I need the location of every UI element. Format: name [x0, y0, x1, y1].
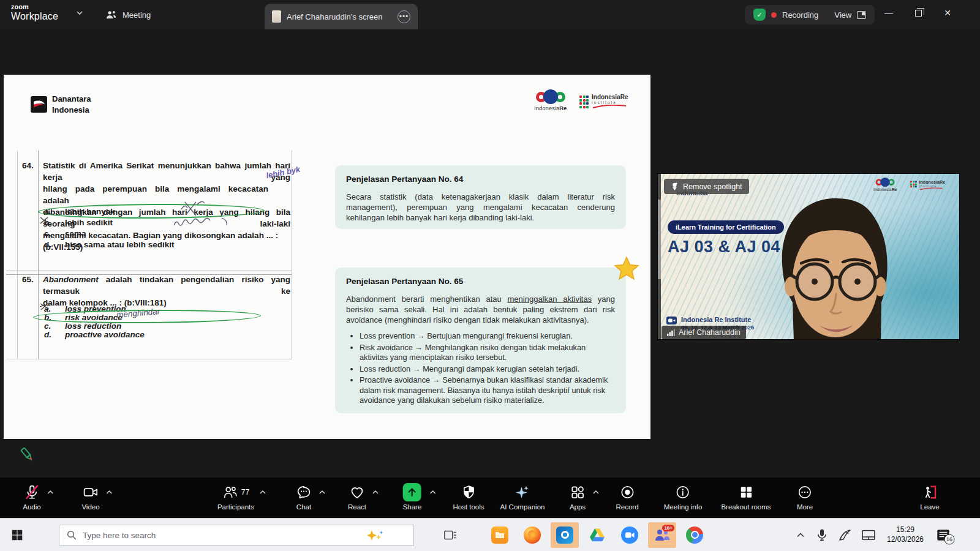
video-scrollbar[interactable] — [658, 174, 661, 339]
share-button[interactable]: Share — [403, 483, 422, 511]
danantara-text-2: Indonesia — [52, 105, 89, 114]
view-button[interactable]: View — [834, 10, 851, 20]
indonesiare-label: IndonesiaRe — [534, 105, 567, 111]
star-annotation-icon — [614, 256, 639, 280]
tray-pen-icon[interactable] — [839, 529, 852, 541]
participant-video-tile[interactable]: Indonesia Remove spotlight IndonesiaRe — [657, 173, 960, 340]
annotate-pencil-icon[interactable] — [18, 446, 36, 463]
camera-brand-icon — [666, 317, 677, 324]
remove-spotlight-button[interactable]: Remove spotlight — [664, 179, 749, 194]
record-button[interactable]: Record — [616, 483, 638, 511]
breakout-rooms-icon — [738, 484, 754, 500]
react-chevron-icon[interactable] — [372, 490, 379, 495]
video-button[interactable]: Video — [81, 483, 99, 511]
tab-screen-share[interactable]: Arief Chaharuddin's screen ••• — [265, 4, 418, 29]
table-line — [38, 151, 39, 359]
tray-touchpad-icon[interactable] — [862, 530, 875, 540]
maximize-button[interactable] — [904, 0, 932, 26]
q65-cross-mark — [39, 302, 50, 311]
apps-button[interactable]: Apps — [570, 483, 586, 511]
apps-chevron-icon[interactable] — [592, 490, 600, 495]
video-camera-icon — [83, 484, 99, 500]
explanation-65-title: Penjelasan Pertanyaan No. 65 — [346, 277, 615, 286]
chat-button[interactable]: Chat — [296, 483, 312, 511]
outlook-app-icon[interactable] — [556, 527, 573, 544]
danantara-logo-icon — [31, 96, 47, 113]
notification-center-button[interactable]: 16 — [937, 529, 950, 541]
security-shield-icon[interactable]: ✓ — [753, 9, 766, 21]
breakout-rooms-button[interactable]: Breakout rooms — [721, 483, 771, 511]
tab-options-icon[interactable]: ••• — [398, 10, 410, 23]
meeting-stage: Danantara Indonesia IndonesiaRe — [0, 29, 980, 478]
q64-option-b: lebih sedikit — [65, 218, 113, 227]
table-line — [6, 359, 292, 359]
search-icon — [67, 530, 77, 540]
q64-scribble-2 — [173, 216, 229, 230]
workspace-chevron-down-icon[interactable] — [76, 10, 83, 15]
teams-app-icon[interactable]: 10+ — [654, 528, 670, 542]
meeting-toolbar: Audio Video 77 Participants — [0, 478, 980, 518]
q65-number: 65. — [22, 275, 34, 284]
leave-button[interactable]: Leave — [920, 483, 939, 511]
audio-button[interactable]: Audio — [23, 483, 40, 511]
meeting-people-icon — [105, 10, 117, 20]
search-highlights-icon[interactable] — [364, 530, 385, 542]
zoom-app-icon[interactable] — [621, 527, 638, 544]
recording-label: Recording — [782, 10, 818, 20]
more-button[interactable]: More — [797, 483, 813, 511]
q64-option-c-letter: c. — [44, 229, 51, 238]
share-chevron-icon[interactable] — [429, 490, 437, 495]
participants-chevron-icon[interactable] — [259, 490, 266, 495]
chat-chevron-icon[interactable] — [318, 490, 326, 495]
folder-app-icon[interactable] — [491, 527, 508, 544]
windows-logo-icon — [12, 530, 23, 540]
host-tools-button[interactable]: Host tools — [453, 483, 484, 511]
explanation-65-bullets: Loss prevention → Bertujuan mengurangi f… — [360, 331, 615, 406]
video-indonesiare-circles-icon — [876, 178, 895, 187]
tray-chevron-up-icon[interactable] — [796, 532, 805, 538]
explanation-box-65: Penjelasan Pertanyaan No. 65 Abandonment… — [335, 268, 626, 413]
ai-companion-sparkle-icon — [514, 484, 530, 500]
share-screen-icon — [403, 483, 421, 501]
audio-chevron-icon[interactable] — [47, 490, 54, 495]
notification-count-badge: 16 — [944, 534, 955, 544]
tab-meeting[interactable]: Meeting — [105, 0, 151, 29]
view-layout-icon[interactable] — [857, 11, 866, 19]
institute-swoosh — [592, 105, 627, 108]
react-button[interactable]: React — [348, 483, 366, 511]
zoom-meeting-window: zoom Workplace Meeting Arief Chaharuddin… — [0, 0, 980, 551]
shield-icon — [461, 484, 477, 500]
taskbar-clock[interactable]: 15:29 12/03/2026 — [877, 525, 933, 544]
screen-thumbnail — [272, 10, 281, 23]
tray-microphone-icon[interactable] — [817, 528, 827, 541]
explanation-box-64: Penjelasan Pertanyaan No. 64 Secara stat… — [335, 165, 626, 229]
institute-text-2: Institute — [592, 100, 628, 105]
restore-icon — [915, 10, 922, 17]
institute-dots-icon — [579, 96, 589, 108]
explanation-65-body: Abandonment berarti menghentikan atau me… — [346, 294, 615, 325]
explanation-64-body: Secara statistik (data ketenagakerjaan k… — [346, 192, 615, 223]
participants-icon — [222, 484, 238, 500]
participants-button[interactable]: 77 Participants — [217, 483, 254, 511]
video-institute-text-1: IndonesiaRe — [919, 180, 945, 184]
ai-companion-button[interactable]: AI Companion — [500, 483, 545, 511]
start-button[interactable] — [12, 530, 23, 540]
close-button[interactable]: ✕ — [933, 0, 962, 26]
danantara-text-1: Danantara — [52, 94, 91, 103]
meeting-info-button[interactable]: Meeting info — [664, 483, 703, 511]
video-footer-org: Indonesia Re Institute — [681, 316, 754, 323]
q65-option-d-letter: d. — [44, 330, 51, 339]
task-view-button[interactable] — [443, 529, 457, 541]
taskbar-search-input[interactable]: Type here to search — [59, 525, 414, 545]
firefox-app-icon[interactable] — [524, 527, 541, 544]
clock-date: 12/03/2026 — [877, 534, 933, 544]
chat-bubble-icon — [296, 484, 312, 500]
video-chevron-icon[interactable] — [105, 490, 113, 495]
microphone-muted-icon — [24, 484, 40, 500]
minimize-button[interactable]: — — [875, 0, 903, 26]
video-scrollbar-thumb[interactable] — [658, 200, 661, 279]
q64-option-c: sama — [65, 229, 86, 238]
chrome-app-icon[interactable] — [686, 527, 703, 544]
q64-option-d-letter: d. — [44, 240, 51, 249]
google-drive-app-icon[interactable] — [589, 528, 605, 542]
